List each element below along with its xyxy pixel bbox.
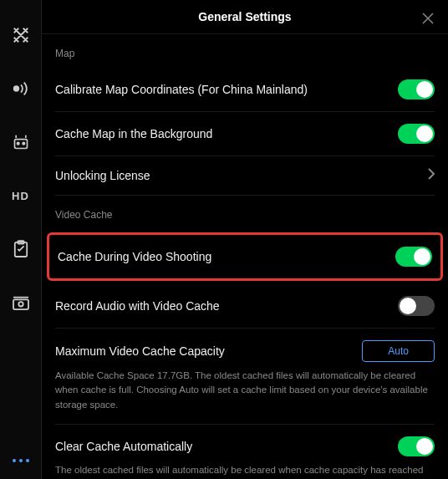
svg-point-2 (17, 142, 19, 145)
label-cache-bg: Cache Map in the Background (55, 127, 212, 140)
svg-rect-6 (13, 299, 28, 309)
chevron-right-icon (428, 168, 435, 183)
section-video-cache: Video Cache (55, 196, 435, 229)
page-title: General Settings (198, 10, 291, 23)
toggle-clear-auto[interactable] (398, 436, 435, 456)
svg-point-0 (13, 86, 18, 91)
row-record-audio: Record Audio with Video Cache (55, 284, 435, 329)
rc-icon[interactable] (11, 132, 31, 152)
camera-icon[interactable] (11, 293, 31, 313)
row-unlock[interactable]: Unlocking License (55, 156, 435, 196)
hd-icon[interactable]: HD (11, 186, 31, 206)
row-calibrate: Calibrate Map Coordinates (For China Mai… (55, 68, 435, 112)
section-map: Map (55, 34, 435, 68)
row-capacity: Maximum Video Cache Capacity Auto (55, 329, 435, 369)
row-cache-bg: Cache Map in the Background (55, 112, 435, 156)
label-record-audio: Record Audio with Video Cache (55, 299, 220, 313)
row-clear-auto: Clear Cache Automatically (55, 425, 435, 463)
signal-icon[interactable] (11, 79, 31, 99)
toggle-record-audio[interactable] (398, 296, 435, 316)
capacity-auto-button[interactable]: Auto (362, 340, 435, 362)
capacity-description: Available Cache Space 17.7GB. The oldest… (55, 369, 435, 425)
svg-point-7 (18, 302, 23, 306)
toggle-calibrate[interactable] (398, 79, 435, 99)
toggle-cache-bg[interactable] (398, 124, 435, 144)
label-unlock: Unlocking License (55, 169, 150, 182)
more-icon[interactable] (13, 459, 29, 462)
header: General Settings (42, 0, 448, 34)
label-clear-auto: Clear Cache Automatically (55, 440, 192, 453)
row-cache-shooting: Cache During Video Shooting (47, 232, 443, 281)
close-button[interactable] (418, 8, 438, 28)
svg-point-3 (23, 142, 25, 145)
drone-icon[interactable] (11, 25, 31, 45)
content: Map Calibrate Map Coordinates (For China… (42, 34, 448, 479)
sidebar: HD (0, 0, 42, 479)
label-capacity: Maximum Video Cache Capacity (55, 344, 225, 358)
clipboard-icon[interactable] (11, 239, 31, 259)
main: General Settings Map Calibrate Map Coord… (42, 0, 448, 479)
clear-description: The oldest cached files will automatical… (55, 463, 435, 479)
toggle-cache-shooting[interactable] (395, 247, 432, 267)
label-cache-shooting: Cache During Video Shooting (58, 250, 211, 263)
label-calibrate: Calibrate Map Coordinates (For China Mai… (55, 83, 308, 96)
